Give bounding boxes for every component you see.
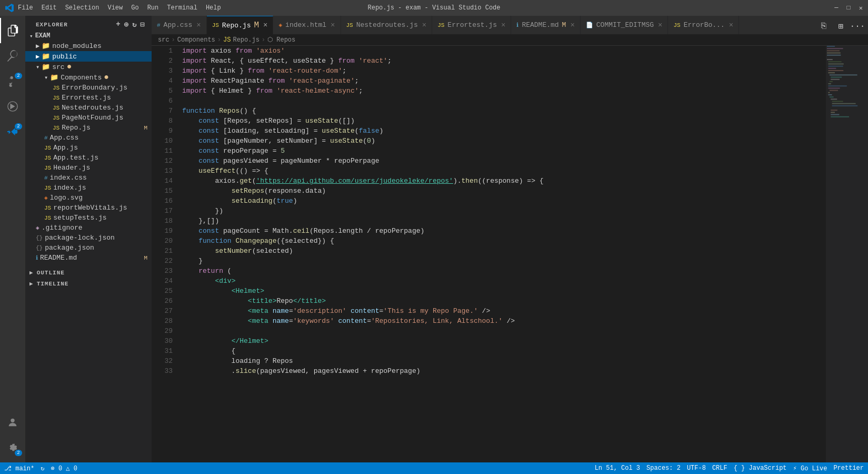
tree-packagelock[interactable]: {} package-lock.json — [25, 233, 152, 243]
tab-close-indexhtml[interactable]: × — [331, 21, 335, 29]
tab-index-html[interactable]: ◈ index.html × — [273, 16, 341, 34]
code-line: function Repos() { — [182, 106, 826, 116]
line-number: 17 — [152, 206, 173, 216]
collapse-icon[interactable]: ⊟ — [141, 20, 145, 29]
status-eol[interactable]: CRLF — [712, 465, 727, 472]
status-position[interactable]: Ln 51, Col 3 — [595, 465, 640, 472]
tree-packagejson[interactable]: {} package.json — [25, 243, 152, 253]
line-number: 16 — [152, 196, 173, 206]
activity-account[interactable] — [0, 410, 25, 435]
sidebar-header-icons[interactable]: + ⊕ ↻ ⊟ — [116, 20, 145, 29]
activity-search[interactable] — [0, 43, 25, 68]
breadcrumb-repojs[interactable]: JS — [223, 36, 231, 44]
activity-extensions[interactable]: 2 — [0, 119, 25, 144]
status-spaces[interactable]: Spaces: 2 — [646, 465, 681, 472]
status-golive[interactable]: ⚡ Go Live — [793, 465, 827, 472]
activity-run[interactable] — [0, 94, 25, 119]
breadcrumb-repos[interactable]: ⬡ Repos — [267, 36, 295, 44]
menu-go[interactable]: Go — [131, 4, 138, 12]
split-editor-icon[interactable]: ⎘ — [815, 18, 832, 34]
status-bar: ⎇ main* ↻ ⊗ 0 △ 0 Ln 51, Col 3 Spaces: 2… — [0, 462, 868, 474]
tab-errortest[interactable]: JS Errortest.js × — [432, 16, 511, 34]
minimize-button[interactable]: ─ — [834, 4, 838, 12]
tree-gitignore[interactable]: ◈ .gitignore — [25, 223, 152, 233]
tree-apptest[interactable]: JS App.test.js — [25, 153, 152, 163]
tree-nestedroutes[interactable]: JS Nestedroutes.js — [25, 103, 152, 113]
tree-errorboundary[interactable]: JS ErrorBoundary.js — [25, 83, 152, 93]
tree-reportweb[interactable]: JS reportWebVitals.js — [25, 203, 152, 213]
code-line: import React, { useEffect, useState } fr… — [182, 56, 826, 66]
close-button[interactable]: ✕ — [859, 4, 863, 12]
tree-project-root[interactable]: ▾ EXAM — [25, 31, 152, 41]
layout-icon[interactable]: ⊞ — [832, 18, 849, 34]
window-controls[interactable]: ─ □ ✕ — [834, 4, 863, 12]
tree-headerjs[interactable]: JS Header.js — [25, 163, 152, 173]
maximize-button[interactable]: □ — [847, 4, 851, 12]
menu-terminal[interactable]: Terminal — [167, 4, 197, 12]
tab-readme-modified: M — [562, 21, 566, 29]
outline-section[interactable]: ▶ OUTLINE — [25, 267, 152, 278]
tab-close-errorbo[interactable]: × — [729, 21, 733, 29]
more-icon[interactable]: ··· — [849, 18, 866, 34]
main-container: 2 2 2 EXPLORER + ⊕ ↻ ⊟ — [0, 16, 868, 462]
tab-nestedroutes[interactable]: JS Nestedroutes.js × — [341, 16, 433, 34]
tree-pagenotfound[interactable]: JS PageNotFound.js — [25, 113, 152, 123]
tree-public[interactable]: ▶ 📁 public — [25, 51, 152, 62]
activity-source-control[interactable]: 2 — [0, 68, 25, 94]
breadcrumb-repojs-name[interactable]: Repo.js — [233, 36, 259, 44]
menu-selection[interactable]: Selection — [65, 4, 99, 12]
menu-file[interactable]: File — [18, 4, 33, 12]
status-sync[interactable]: ↻ — [41, 465, 44, 472]
line-number: 33 — [152, 366, 173, 376]
tab-close-errortest[interactable]: × — [501, 21, 505, 29]
tree-src[interactable]: ▾ 📁 src ● — [25, 62, 152, 72]
status-prettier[interactable]: Prettier — [833, 465, 864, 472]
activity-settings[interactable]: 2 — [0, 435, 25, 460]
tree-errortest[interactable]: JS Errortest.js — [25, 93, 152, 103]
tab-commit[interactable]: 📄 COMMIT_EDITMSG × — [581, 16, 669, 34]
tree-readmemd[interactable]: ℹ README.md M — [25, 253, 152, 263]
status-language[interactable]: { } JavaScript — [734, 465, 787, 472]
tree-indexcss[interactable]: # index.css — [25, 173, 152, 183]
minimap[interactable] — [826, 46, 868, 462]
status-encoding[interactable]: UTF-8 — [687, 465, 706, 472]
refresh-icon[interactable]: ↻ — [132, 20, 137, 29]
status-branch[interactable]: ⎇ main* — [4, 465, 34, 472]
code-area[interactable]: import axios from 'axios'import React, {… — [178, 46, 826, 462]
tree-appjs[interactable]: JS App.js — [25, 143, 152, 153]
code-line: useEffect(() => { — [182, 166, 826, 176]
tree-logosvg[interactable]: ◈ logo.svg — [25, 193, 152, 203]
activity-explorer[interactable] — [0, 18, 25, 43]
title-bar-menu[interactable]: File Edit Selection View Go Run Terminal… — [18, 4, 221, 12]
tree-appcss[interactable]: # App.css — [25, 133, 152, 143]
tabs-bar: # App.css × JS Repo.js M × ◈ index.html … — [152, 16, 868, 34]
tab-app-css[interactable]: # App.css × — [152, 16, 207, 34]
new-file-icon[interactable]: + — [116, 20, 121, 29]
menu-view[interactable]: View — [107, 4, 123, 12]
tree-repojs[interactable]: JS Repo.js M — [25, 123, 152, 133]
breadcrumb-src[interactable]: src — [158, 36, 169, 44]
tab-repo-js[interactable]: JS Repo.js M × — [207, 16, 274, 34]
menu-run[interactable]: Run — [147, 4, 159, 12]
tree-components[interactable]: ▾ 📁 Components ● — [25, 72, 152, 83]
tab-close-repojs[interactable]: × — [263, 21, 267, 29]
menu-help[interactable]: Help — [206, 4, 221, 12]
tab-close-appcss[interactable]: × — [196, 21, 201, 29]
breadcrumb-components[interactable]: Components — [177, 36, 215, 44]
new-folder-icon[interactable]: ⊕ — [124, 20, 129, 29]
tab-close-nestedroutes[interactable]: × — [422, 21, 426, 29]
tree-setuptests[interactable]: JS setupTests.js — [25, 213, 152, 223]
line-number: 27 — [152, 306, 173, 316]
tree-indexjs[interactable]: JS index.js — [25, 183, 152, 193]
breadcrumb: src › Components › JS Repo.js › ⬡ Repos — [152, 34, 868, 46]
status-errors[interactable]: ⊗ 0 △ 0 — [51, 465, 77, 472]
timeline-section[interactable]: ▶ TIMELINE — [25, 278, 152, 289]
tab-close-commit[interactable]: × — [658, 21, 662, 29]
tree-node-modules[interactable]: ▶ 📁 node_modules — [25, 41, 152, 51]
menu-edit[interactable]: Edit — [42, 4, 57, 12]
code-line: import axios from 'axios' — [182, 46, 826, 56]
tab-readme[interactable]: ℹ README.md M × — [511, 16, 580, 34]
tab-close-readme[interactable]: × — [570, 21, 574, 29]
tab-errorbo[interactable]: JS ErrorBo... × — [668, 16, 739, 34]
line-number: 1 — [152, 46, 173, 56]
